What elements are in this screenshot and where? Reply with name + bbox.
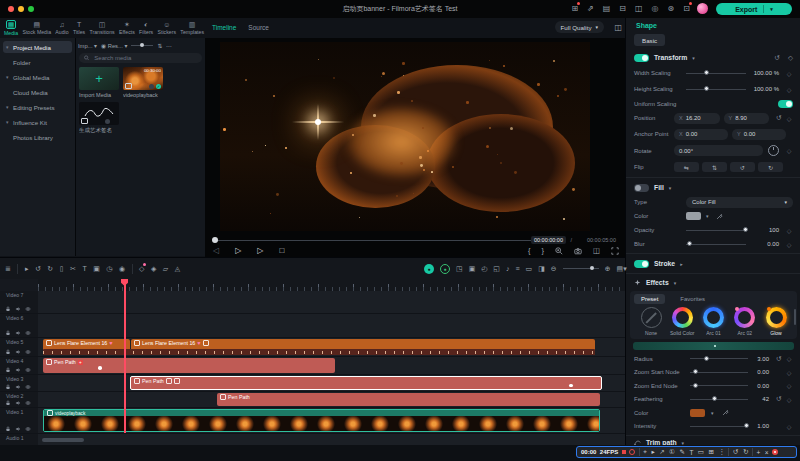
width-scaling-slider[interactable]: [686, 73, 746, 74]
media-item-video[interactable]: 00:30:00✓videoplayback: [123, 67, 163, 98]
media-item-image[interactable]: 生成艺术签名: [79, 102, 119, 134]
mute-icon[interactable]: [15, 349, 21, 355]
uniform-scaling-toggle[interactable]: [778, 100, 793, 108]
timecode-current[interactable]: 00:00:00:00: [531, 236, 566, 244]
mute-icon[interactable]: [15, 306, 21, 312]
intensity-slider[interactable]: [690, 426, 748, 427]
track-header-icons[interactable]: [5, 306, 31, 312]
fill-color-swatch[interactable]: [686, 212, 701, 220]
keyframe-icon[interactable]: ◇: [785, 369, 793, 376]
video-frame[interactable]: [220, 42, 590, 231]
transform-keyframe-icon[interactable]: ◇: [788, 54, 793, 62]
sidebar-item-influence-kit[interactable]: ▾Influence Kit: [3, 116, 72, 128]
rotate-field[interactable]: 0.00°: [674, 145, 763, 156]
crop-icon[interactable]: ▣: [93, 265, 100, 273]
visibility-icon[interactable]: [25, 306, 31, 312]
grid-apps-icon[interactable]: ⊡: [683, 4, 690, 13]
track-header-icons[interactable]: [5, 349, 31, 355]
record-pin-icon[interactable]: [772, 449, 778, 455]
tab-audio[interactable]: ♫Audio: [55, 18, 68, 38]
zoom-in-icon[interactable]: ⊕: [605, 265, 611, 273]
keyframe-icon[interactable]: ◇: [785, 423, 793, 430]
mask-tool-icon[interactable]: ◱: [493, 265, 500, 273]
previous-frame-button[interactable]: ◁: [213, 246, 219, 255]
mute-icon[interactable]: [15, 384, 21, 390]
tab-templates[interactable]: ▥Templates: [180, 18, 204, 38]
import-thumbnail[interactable]: +: [79, 67, 119, 90]
preset-solid-color[interactable]: Solid Color: [667, 307, 697, 336]
pointer-tool-icon[interactable]: ▸: [25, 265, 29, 273]
tab-shape[interactable]: Shape: [626, 18, 800, 32]
grab-icon[interactable]: ⌖: [643, 448, 647, 456]
track-manager-icon[interactable]: ≣: [5, 265, 11, 273]
motion-track-icon[interactable]: ◬: [175, 265, 180, 273]
clip-pen-path[interactable]: Pen Path+: [43, 358, 335, 373]
preset-tab-preset[interactable]: Preset: [634, 294, 665, 304]
dual-screen-icon[interactable]: ◫: [614, 23, 622, 32]
play-button[interactable]: ▷: [235, 246, 241, 255]
tab-transitions[interactable]: ◫Transitions: [89, 18, 114, 38]
export-button[interactable]: Export ▾: [716, 3, 792, 15]
anchor-y-field[interactable]: Y0.00: [732, 129, 786, 140]
visibility-icon[interactable]: [25, 330, 31, 336]
track-header-icons[interactable]: [5, 330, 31, 336]
chevron-down-icon[interactable]: ▾: [706, 213, 709, 219]
feathering-slider[interactable]: [690, 399, 748, 400]
fill-type-select[interactable]: Color Fill▾: [686, 197, 793, 208]
thumbnail-size-slider[interactable]: [131, 45, 153, 46]
tab-timeline[interactable]: Timeline: [212, 24, 236, 31]
zoom-start-node-slider[interactable]: [690, 372, 748, 373]
pen-icon[interactable]: ✎: [679, 448, 684, 456]
mark-out-icon[interactable]: }: [541, 246, 544, 255]
rotate-dial[interactable]: [768, 145, 779, 156]
redo-icon[interactable]: ↻: [47, 265, 53, 273]
keyframe-dot[interactable]: [569, 384, 573, 388]
anchor-x-field[interactable]: X0.00: [674, 129, 728, 140]
timeline-horizontal-scrollbar[interactable]: [42, 438, 84, 442]
select-icon[interactable]: ▸: [651, 448, 654, 456]
keyframe-icon[interactable]: ◇: [785, 355, 793, 362]
tab-media[interactable]: ▦Media: [4, 18, 18, 38]
lock-icon[interactable]: [5, 330, 11, 336]
keyframe-lane[interactable]: [43, 349, 595, 355]
visibility-icon[interactable]: [25, 426, 31, 432]
add-marker-icon[interactable]: ●: [440, 264, 450, 274]
seek-thumb[interactable]: [212, 237, 218, 243]
lock-icon[interactable]: [5, 367, 11, 373]
record-icon[interactable]: [629, 449, 635, 455]
gradient-preview-bar[interactable]: [633, 342, 794, 350]
compare-view-icon[interactable]: ◫: [593, 246, 600, 255]
tab-basic[interactable]: Basic: [634, 34, 665, 46]
sidebar-item-global-media[interactable]: ▾Global Media: [3, 71, 72, 83]
clip-pen-path[interactable]: Pen Path: [217, 393, 600, 406]
more-options-icon[interactable]: ⋯: [166, 43, 172, 49]
settings-icon[interactable]: ⊛: [668, 4, 675, 13]
keyframe-dot[interactable]: [98, 366, 102, 370]
undo-icon[interactable]: ↺: [35, 265, 41, 273]
preset-tab-favorites[interactable]: Favorites: [673, 294, 712, 304]
position-x-field[interactable]: X16.20: [674, 113, 720, 124]
keyframe-icon[interactable]: ◇: [785, 115, 793, 122]
tab-effects[interactable]: ✶Effects: [119, 18, 135, 38]
tab-stock-media[interactable]: ▤Stock Media: [22, 18, 51, 38]
speed-icon[interactable]: ◷: [106, 265, 112, 273]
height-scaling-slider[interactable]: [686, 89, 746, 90]
media-search-box[interactable]: [79, 53, 202, 63]
eyedropper-icon[interactable]: [722, 409, 729, 416]
lock-icon[interactable]: [5, 426, 11, 432]
blur-slider[interactable]: [686, 244, 746, 245]
position-reset-icon[interactable]: ↺: [775, 114, 783, 122]
track-height-icon[interactable]: ▤▾: [617, 265, 627, 273]
reset-icon[interactable]: ↺: [775, 355, 783, 363]
timeline-zoom-slider[interactable]: [563, 268, 599, 269]
power-tool-icon[interactable]: ◴: [481, 265, 487, 273]
sidebar-item-project-media[interactable]: ▾Project Media: [3, 41, 72, 53]
sidebar-item-cloud-media[interactable]: Cloud Media: [3, 86, 72, 98]
snapshot-camera-icon[interactable]: [574, 247, 582, 255]
track-content[interactable]: Pen Path: [38, 375, 625, 391]
mask-icon[interactable]: ▱: [163, 265, 168, 273]
visibility-icon[interactable]: [25, 349, 31, 355]
import-dropdown[interactable]: Imp... ▾: [78, 43, 97, 49]
track-header-icons[interactable]: [5, 400, 31, 406]
preset-arc-02[interactable]: Arc 02: [730, 307, 760, 336]
